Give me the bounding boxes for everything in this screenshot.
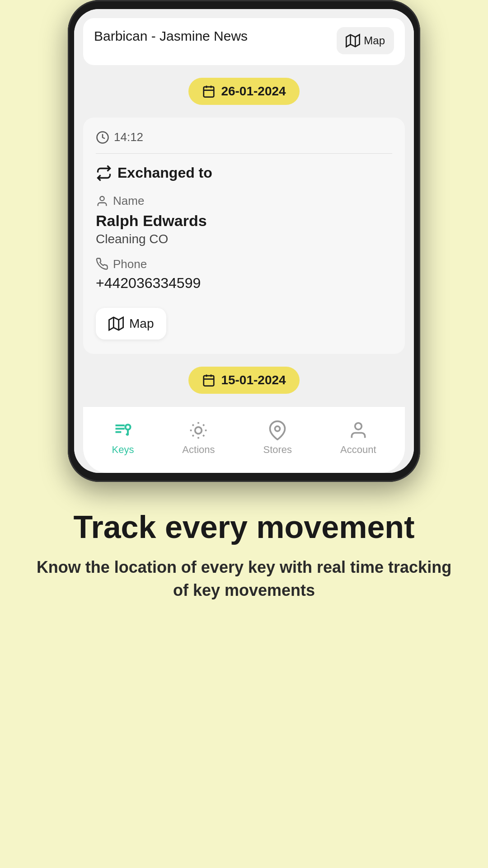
main-map-button[interactable]: Map	[96, 308, 166, 340]
main-headline: Track every movement	[27, 509, 461, 546]
top-map-button[interactable]: Map	[337, 27, 394, 54]
main-card: 14:12 Exchanged to	[83, 118, 405, 354]
second-date-badge: 15-01-2024	[74, 367, 414, 394]
nav-item-stores[interactable]: Stores	[254, 416, 301, 460]
main-subheadline: Know the location of every key with real…	[27, 556, 461, 602]
nav-item-keys[interactable]: Keys	[103, 416, 143, 460]
phone-section: Phone +442036334599	[96, 257, 392, 292]
keys-nav-label: Keys	[112, 444, 134, 456]
keys-icon	[113, 420, 133, 440]
calendar-icon-2	[202, 373, 216, 387]
map-icon-small	[346, 33, 360, 48]
clock-icon	[96, 131, 109, 144]
svg-point-19	[125, 425, 130, 429]
svg-point-23	[275, 426, 280, 431]
top-card-location: Barbican - Jasmine News	[94, 27, 248, 45]
name-label: Name	[96, 194, 392, 208]
svg-line-21	[126, 434, 128, 435]
divider	[96, 153, 392, 154]
exchanged-to-row: Exchanged to	[96, 165, 392, 181]
stores-nav-label: Stores	[263, 444, 292, 456]
first-date-pill: 26-01-2024	[188, 78, 299, 105]
top-card: Barbican - Jasmine News Map	[83, 18, 405, 65]
time-row: 14:12	[96, 130, 392, 144]
svg-point-24	[355, 423, 361, 429]
svg-rect-12	[204, 376, 214, 386]
phone-icon	[96, 258, 108, 270]
svg-point-8	[100, 196, 104, 200]
svg-rect-3	[204, 87, 214, 97]
actions-nav-label: Actions	[182, 444, 215, 456]
nav-item-actions[interactable]: Actions	[173, 416, 224, 460]
account-icon	[348, 420, 368, 440]
name-section: Name Ralph Edwards Cleaning CO	[96, 194, 392, 246]
stores-icon	[267, 420, 287, 440]
contact-phone: +442036334599	[96, 275, 392, 292]
contact-name: Ralph Edwards	[96, 212, 392, 230]
svg-marker-9	[109, 317, 123, 330]
second-date-pill: 15-01-2024	[188, 367, 299, 394]
contact-company: Cleaning CO	[96, 232, 392, 246]
svg-point-22	[195, 427, 202, 434]
first-date-badge: 26-01-2024	[74, 78, 414, 105]
exchange-icon	[96, 165, 112, 181]
screen-content: Barbican - Jasmine News Map	[74, 9, 414, 473]
calendar-icon-1	[202, 85, 216, 98]
phone-frame: Barbican - Jasmine News Map	[68, 0, 420, 482]
nav-item-account[interactable]: Account	[331, 416, 385, 460]
svg-marker-0	[347, 35, 360, 47]
phone-wrapper: Barbican - Jasmine News Map	[68, 0, 420, 482]
person-icon	[96, 195, 108, 208]
actions-icon	[188, 420, 208, 440]
phone-screen: Barbican - Jasmine News Map	[74, 9, 414, 473]
account-nav-label: Account	[340, 444, 376, 456]
phone-label: Phone	[96, 257, 392, 271]
map-icon-main	[108, 316, 124, 331]
bottom-nav: Keys Actions	[83, 406, 405, 473]
bottom-text-section: Track every movement Know the location o…	[0, 482, 488, 620]
